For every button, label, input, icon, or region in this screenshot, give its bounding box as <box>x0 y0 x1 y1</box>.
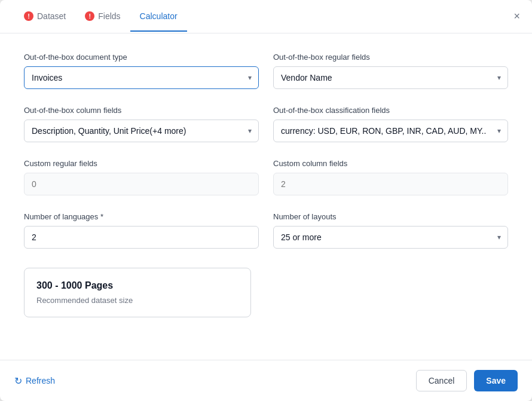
tab-dataset-label: Dataset <box>37 11 66 21</box>
num-layouts-select-wrapper: 1 - 5 6 - 10 11 - 25 25 or more ▾ <box>273 226 508 249</box>
modal-header: ! Dataset ! Fields Calculator × <box>0 0 532 33</box>
regular-fields-select-wrapper: Vendor Name ▾ <box>273 66 508 89</box>
classification-fields-select-wrapper: currency: USD, EUR, RON, GBP, INR, CAD, … <box>273 120 508 142</box>
modal-body: Out-of-the-box document type Invoices ▾ … <box>0 33 532 360</box>
custom-regular-group: Custom regular fields <box>24 159 259 195</box>
recommendation-subtitle: Recommended dataset size <box>36 296 239 305</box>
refresh-icon: ↻ <box>14 375 22 387</box>
custom-regular-input[interactable] <box>24 173 259 195</box>
doc-type-select-wrapper: Invoices ▾ <box>24 66 259 89</box>
custom-regular-label: Custom regular fields <box>24 159 259 168</box>
classification-fields-group: Out-of-the-box classification fields cur… <box>273 106 508 142</box>
num-layouts-select[interactable]: 1 - 5 6 - 10 11 - 25 25 or more <box>273 226 508 249</box>
form-row-1: Out-of-the-box document type Invoices ▾ … <box>24 53 508 89</box>
doc-type-label: Out-of-the-box document type <box>24 53 259 62</box>
regular-fields-label: Out-of-the-box regular fields <box>273 53 508 62</box>
num-languages-label: Number of languages * <box>24 212 259 221</box>
column-fields-group: Out-of-the-box column fields Description… <box>24 106 259 142</box>
cancel-button[interactable]: Cancel <box>416 370 467 391</box>
refresh-button[interactable]: ↻ Refresh <box>14 375 55 387</box>
tab-fields-label: Fields <box>98 11 120 21</box>
form-row-4: Number of languages * Number of layouts … <box>24 212 508 249</box>
empty-group <box>273 265 508 317</box>
tab-fields[interactable]: ! Fields <box>75 2 130 32</box>
save-button[interactable]: Save <box>474 370 518 391</box>
num-languages-group: Number of languages * <box>24 212 259 249</box>
num-layouts-group: Number of layouts 1 - 5 6 - 10 11 - 25 2… <box>273 212 508 249</box>
column-fields-label: Out-of-the-box column fields <box>24 106 259 115</box>
custom-column-label: Custom column fields <box>273 159 508 168</box>
footer-actions: Cancel Save <box>416 370 518 391</box>
num-languages-input[interactable] <box>24 226 259 249</box>
custom-column-input[interactable] <box>273 173 508 195</box>
column-fields-select[interactable]: Description, Quantity, Unit Price(+4 mor… <box>24 120 259 142</box>
doc-type-select[interactable]: Invoices <box>24 66 259 89</box>
form-row-2: Out-of-the-box column fields Description… <box>24 106 508 142</box>
form-row-3: Custom regular fields Custom column fiel… <box>24 159 508 195</box>
regular-fields-group: Out-of-the-box regular fields Vendor Nam… <box>273 53 508 89</box>
modal-footer: ↻ Refresh Cancel Save <box>0 360 532 401</box>
tab-dataset[interactable]: ! Dataset <box>14 2 75 32</box>
custom-column-group: Custom column fields <box>273 159 508 195</box>
recommendation-title: 300 - 1000 Pages <box>36 280 239 291</box>
tab-calculator-label: Calculator <box>140 11 178 21</box>
classification-fields-select[interactable]: currency: USD, EUR, RON, GBP, INR, CAD, … <box>273 120 508 142</box>
recommendation-group: 300 - 1000 Pages Recommended dataset siz… <box>24 265 259 317</box>
modal: ! Dataset ! Fields Calculator × Out-of-t… <box>0 0 532 401</box>
form-row-5: 300 - 1000 Pages Recommended dataset siz… <box>24 265 508 317</box>
fields-error-icon: ! <box>85 11 94 21</box>
num-layouts-label: Number of layouts <box>273 212 508 221</box>
classification-fields-label: Out-of-the-box classification fields <box>273 106 508 115</box>
close-button[interactable]: × <box>511 8 522 24</box>
refresh-label: Refresh <box>26 376 55 385</box>
recommendation-box: 300 - 1000 Pages Recommended dataset siz… <box>24 268 251 317</box>
dataset-error-icon: ! <box>24 11 33 21</box>
doc-type-group: Out-of-the-box document type Invoices ▾ <box>24 53 259 89</box>
column-fields-select-wrapper: Description, Quantity, Unit Price(+4 mor… <box>24 120 259 142</box>
tab-calculator[interactable]: Calculator <box>130 2 187 32</box>
regular-fields-select[interactable]: Vendor Name <box>273 66 508 89</box>
